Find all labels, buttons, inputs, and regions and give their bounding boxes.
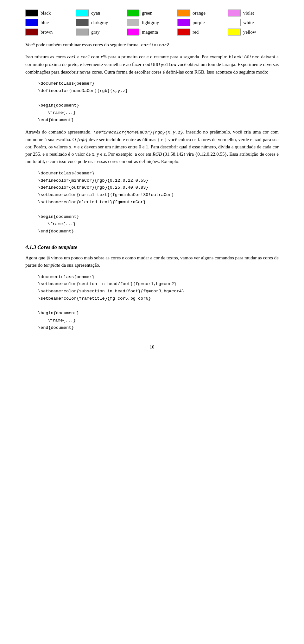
color-label-violet: violet <box>243 10 254 16</box>
color-label-lightgray: lightgray <box>142 20 159 25</box>
color-label-red: red <box>193 29 199 35</box>
code-line-3-2: \setbeamercolor{section in head/foot}{fg… <box>38 281 279 288</box>
color-entry-magenta: magenta <box>127 29 177 36</box>
swatch-white <box>228 19 241 26</box>
paragraph2-x: x% <box>101 54 107 59</box>
code-line-2-5: \setbeamercolor{alerted text}{fg=outraCo… <box>38 199 279 206</box>
swatch-gray <box>76 29 89 36</box>
swatch-purple <box>177 19 190 26</box>
code-line-3-3: \setbeamercolor{subsection in head/foot}… <box>38 288 279 295</box>
paragraph2-end: com <box>90 54 101 59</box>
color-label-white: white <box>243 20 254 25</box>
code-line-2-2: \definecolor{minhaCor}{rgb}{0.12,0.22,0.… <box>38 177 279 185</box>
section-heading-template: template <box>58 244 77 250</box>
color-entry-darkgray: darkgray <box>76 19 127 26</box>
paragraph2-code3: black!80!red <box>229 55 260 60</box>
swatch-lightgray <box>127 19 139 26</box>
code-line-3-5: \begin{document} <box>38 310 279 317</box>
swatch-cyan <box>76 10 89 16</box>
color-entry-white: white <box>228 19 279 26</box>
color-label-orange: orange <box>193 10 206 16</box>
swatch-yellow <box>228 29 241 36</box>
code-line-1-4: \frame{...} <box>38 109 279 117</box>
paragraph3-rgb2: RGB <box>153 152 162 157</box>
paragraph3-code: \definecolor{nomeDaCor}{rgb}{x,y,z} <box>93 130 183 135</box>
code-line-2-4: \setbeamercolor{normal text}{fg=minhaCor… <box>38 192 279 199</box>
color-entry-brown: brown <box>25 29 76 36</box>
swatch-orange <box>177 10 190 16</box>
code-block-1: \documentclass{beamer} \definecolor{nome… <box>38 80 279 124</box>
color-label-black: black <box>41 10 51 16</box>
color-row-3: brown gray magenta red yellow <box>25 29 279 36</box>
code-line-3-blank <box>38 302 279 310</box>
swatch-violet <box>228 10 241 16</box>
color-entry-cyan: cyan <box>76 10 127 16</box>
paragraph3-rgb: {rgb} <box>77 137 87 142</box>
swatch-brown <box>25 29 38 36</box>
code-line-2-1: \documentclass{beamer} <box>38 170 279 177</box>
code-line-2-8: \end{document} <box>38 228 279 235</box>
color-label-darkgray: darkgray <box>91 20 108 25</box>
color-row-2: blue darkgray lightgray purple white <box>25 19 279 26</box>
section-heading-number: 4.1.3 Cores do <box>25 244 58 250</box>
color-entry-blue: blue <box>25 19 76 26</box>
code-block-3: \documentclass{beamer} \setbeamercolor{s… <box>38 274 279 332</box>
paragraph1-text: Você pode também combinar essas cores do… <box>25 42 141 47</box>
paragraph2-text: Isso mistura as cores <box>25 54 67 59</box>
paragraph-definecolor: Através do comando apresentado, \definec… <box>25 128 279 166</box>
color-row-1: black cyan green orange violet <box>25 10 279 16</box>
paragraph1-code: cor1!x!cor2. <box>141 43 172 48</box>
color-entry-red: red <box>177 29 228 36</box>
paragraph3-before: Através do comando apresentado, <box>25 129 93 134</box>
code-line-2-blank <box>38 206 279 213</box>
code-line-3-7: \end{document} <box>38 324 279 332</box>
color-label-green: green <box>142 10 152 16</box>
paragraph2-rest: para a primeira cor e o restante para a … <box>107 54 229 59</box>
paragraph-combine: Você pode também combinar essas cores do… <box>25 41 279 49</box>
paragraph2-mid: e <box>76 54 81 59</box>
code-line-1-5: \end{document} <box>38 117 279 124</box>
code-line-2-7: \frame{...} <box>38 221 279 228</box>
color-label-purple: purple <box>193 20 205 25</box>
swatch-magenta <box>127 29 139 36</box>
color-swatches-section: black cyan green orange violet blue dark… <box>25 10 279 36</box>
color-label-blue: blue <box>41 20 49 25</box>
color-label-gray: gray <box>91 29 100 35</box>
code-line-3-1: \documentclass{beamer} <box>38 274 279 281</box>
color-entry-violet: violet <box>228 10 279 16</box>
color-label-cyan: cyan <box>91 10 100 16</box>
code-line-2-3: \definecolor{outraCor}{rgb}{0.25,0.40,0.… <box>38 184 279 192</box>
swatch-blue <box>25 19 38 26</box>
paragraph-mix: Isso mistura as cores cor1 e cor2 com x%… <box>25 53 279 76</box>
paragraph4-rest: da sua apresentação. <box>60 263 100 268</box>
swatch-black <box>25 10 38 16</box>
color-label-yellow: yellow <box>243 29 256 35</box>
color-label-brown: brown <box>41 29 53 35</box>
paragraph4-italic: template <box>44 263 60 268</box>
color-entry-lightgray: lightgray <box>127 19 177 26</box>
code-block-2: \documentclass{beamer} \definecolor{minh… <box>38 170 279 235</box>
paragraph2-code4: red!50!yellow <box>143 62 176 67</box>
paragraph2-code2: cor2 <box>81 54 90 59</box>
code-line-1-1: \documentclass{beamer} <box>38 80 279 88</box>
code-line-3-4: \setbeamercolor{frametitle}{fg=cor5,bg=c… <box>38 295 279 302</box>
paragraph2-code1: cor1 <box>67 54 76 59</box>
code-line-1-3: \begin{document} <box>38 102 279 109</box>
color-entry-purple: purple <box>177 19 228 26</box>
swatch-red <box>177 29 190 36</box>
page-number: 10 <box>25 344 279 350</box>
code-line-2-6: \begin{document} <box>38 213 279 221</box>
color-entry-yellow: yellow <box>228 29 279 36</box>
paragraph-template-colors: Agora que já vimos um pouco mais sobre a… <box>25 254 279 269</box>
color-entry-black: black <box>25 10 76 16</box>
color-entry-orange: orange <box>177 10 228 16</box>
code-line-1-2: \definecolor{nomeDaCor}{rgb}{x,y,z} <box>38 88 279 95</box>
section-heading-413: 4.1.3 Cores do template <box>25 244 279 250</box>
color-entry-gray: gray <box>76 29 127 36</box>
color-entry-green: green <box>127 10 177 16</box>
swatch-darkgray <box>76 19 89 26</box>
swatch-green <box>127 10 139 16</box>
color-label-magenta: magenta <box>142 29 158 35</box>
code-line-3-6: \frame{...} <box>38 317 279 324</box>
code-line-1-blank <box>38 95 279 102</box>
